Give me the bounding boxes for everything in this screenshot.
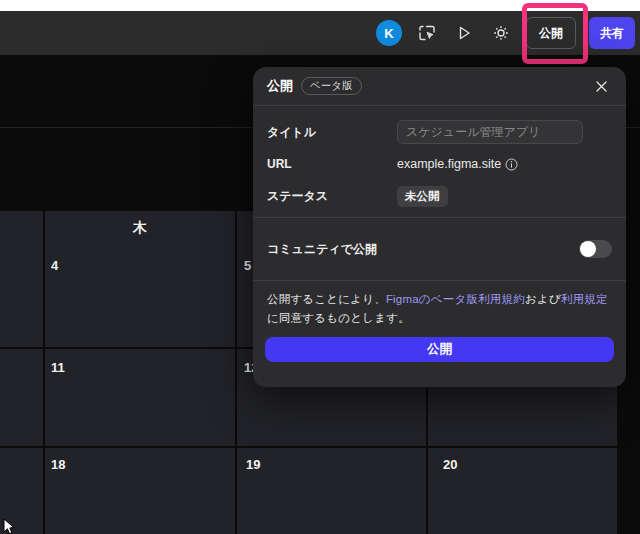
- inspect-frame-icon[interactable]: [415, 21, 439, 45]
- close-icon[interactable]: [590, 75, 612, 97]
- status-row: ステータス 未公開: [267, 180, 612, 212]
- calendar-date: 11: [51, 360, 65, 375]
- info-icon[interactable]: [505, 158, 518, 171]
- toggle-knob: [580, 241, 596, 257]
- figma-sites-window: 木 4 5 11 12 18 19 20 K 公開 共有: [0, 0, 640, 534]
- url-value: example.figma.site: [397, 157, 501, 171]
- terms-suffix: に同意するものとします。: [267, 312, 410, 324]
- dialog-header: 公開 ベータ版: [253, 67, 626, 105]
- calendar-date: 19: [246, 457, 260, 472]
- calendar-date: 18: [51, 457, 65, 472]
- community-label: コミュニティで公開: [267, 241, 377, 258]
- calendar-grid-line: [0, 446, 617, 448]
- title-input[interactable]: [397, 120, 583, 144]
- url-label: URL: [267, 157, 397, 171]
- mouse-cursor-icon: [0, 518, 16, 534]
- play-icon[interactable]: [452, 21, 476, 45]
- title-label: タイトル: [267, 124, 397, 141]
- community-row: コミュニティで公開: [253, 218, 626, 280]
- status-label: ステータス: [267, 188, 397, 205]
- community-toggle[interactable]: [579, 240, 612, 258]
- status-badge: 未公開: [397, 186, 448, 207]
- dialog-body: タイトル URL example.figma.site: [253, 106, 626, 212]
- calendar-date: 5: [244, 258, 251, 273]
- title-row: タイトル: [267, 116, 612, 148]
- calendar-date: 4: [51, 258, 58, 273]
- calendar-grid-line: [43, 211, 45, 534]
- gear-icon[interactable]: [489, 21, 513, 45]
- annotation-highlight-box: [522, 3, 588, 64]
- publish-dialog: 公開 ベータ版 タイトル URL example.figma.site: [253, 67, 626, 387]
- dialog-title: 公開: [267, 77, 293, 95]
- share-button[interactable]: 共有: [589, 17, 635, 49]
- calendar-grid-line: [235, 211, 237, 534]
- url-row: URL example.figma.site: [267, 148, 612, 180]
- beta-badge: ベータ版: [301, 77, 362, 95]
- avatar[interactable]: K: [376, 20, 402, 46]
- terms-middle: および: [525, 293, 561, 305]
- dialog-publish-button[interactable]: 公開: [265, 337, 614, 362]
- terms-prefix: 公開することにより、: [267, 293, 386, 305]
- terms-text: 公開することにより、Figmaのベータ版利用規約および利用規定に同意するものとし…: [253, 281, 626, 327]
- beta-terms-link[interactable]: Figmaのベータ版利用規約: [386, 293, 525, 305]
- calendar-weekday-header: 木: [44, 219, 236, 237]
- usage-policy-link[interactable]: 利用規定: [561, 293, 608, 305]
- calendar-date: 20: [443, 457, 457, 472]
